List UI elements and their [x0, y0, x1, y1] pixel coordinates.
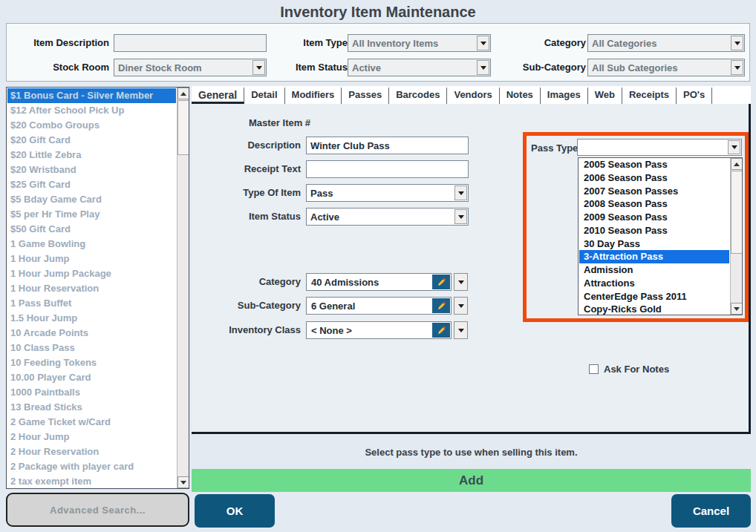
- cancel-button[interactable]: Cancel: [671, 494, 751, 528]
- tab[interactable]: Detail: [244, 88, 284, 104]
- tab[interactable]: General: [192, 88, 244, 104]
- item-description-input[interactable]: [114, 34, 267, 52]
- tab[interactable]: Modifiers: [285, 88, 342, 104]
- pass-type-option[interactable]: Attractions: [579, 277, 729, 290]
- pass-list-scrollbar[interactable]: [730, 158, 742, 315]
- dropdown-arrow-icon[interactable]: [454, 273, 468, 291]
- inventory-item-maintenance-window: Inventory Item Maintenance Item Descript…: [0, 0, 756, 532]
- pass-type-option[interactable]: CenterEdge Pass 2011: [579, 290, 729, 303]
- list-item[interactable]: 1000 Paintballs: [7, 385, 176, 400]
- list-item[interactable]: $20 Wristband: [7, 162, 176, 177]
- inventory-item-listbox[interactable]: $1 Bonus Card - Silver Member$12 After S…: [6, 87, 189, 489]
- list-item[interactable]: $5 Bday Game Card: [7, 192, 176, 207]
- category-filter-select[interactable]: All Categories: [587, 34, 745, 52]
- scroll-up-icon[interactable]: [731, 158, 743, 170]
- list-item[interactable]: 10 Arcade Points: [7, 326, 176, 341]
- dropdown-arrow-icon[interactable]: [731, 60, 743, 75]
- list-item[interactable]: 1 Hour Jump Package: [7, 266, 176, 281]
- category-label: Category: [192, 273, 301, 291]
- dropdown-arrow-icon[interactable]: [477, 36, 489, 50]
- list-item[interactable]: 10.00 Player Card: [7, 370, 176, 385]
- sub-category-filter-select[interactable]: All Sub Categories: [587, 59, 745, 76]
- pass-type-option[interactable]: Copy-Ricks Gold: [579, 303, 729, 315]
- list-item[interactable]: $5 per Hr Time Play: [7, 207, 176, 222]
- list-item[interactable]: 10 Feeding Tokens: [7, 355, 176, 370]
- edit-pencil-icon[interactable]: [432, 275, 450, 289]
- dropdown-arrow-icon[interactable]: [454, 185, 467, 200]
- dropdown-arrow-icon[interactable]: [477, 60, 489, 75]
- dropdown-arrow-icon[interactable]: [454, 321, 468, 339]
- pass-type-option[interactable]: 3-Attraction Pass: [579, 250, 729, 263]
- list-item[interactable]: 1.5 Hour Jump: [7, 311, 176, 326]
- list-item[interactable]: $12 After School Pick Up: [7, 103, 176, 118]
- list-item[interactable]: 1 Game Bowling: [7, 237, 176, 252]
- list-item[interactable]: $20 Little Zebra: [7, 148, 176, 162]
- ask-for-notes-checkbox[interactable]: [589, 364, 599, 374]
- item-status-filter-select[interactable]: Active: [348, 59, 491, 76]
- pass-type-option[interactable]: 2010 Season Pass: [579, 224, 729, 237]
- list-item[interactable]: 2 Hour Reservation: [7, 444, 176, 459]
- scroll-up-icon[interactable]: [177, 88, 189, 99]
- item-type-select[interactable]: All Inventory Items: [348, 34, 491, 52]
- scroll-down-icon[interactable]: [731, 303, 743, 315]
- category-select[interactable]: 40 Admissions: [306, 273, 452, 291]
- pass-type-option[interactable]: 2005 Season Pass: [579, 158, 729, 171]
- pass-type-option[interactable]: 2009 Season Pass: [579, 211, 729, 224]
- pass-type-option[interactable]: 2007 Season Passes: [579, 185, 729, 198]
- list-item[interactable]: 13 Bread Sticks: [7, 400, 176, 415]
- receipt-text-input[interactable]: [306, 160, 469, 178]
- edit-pencil-icon[interactable]: [432, 323, 450, 338]
- tab[interactable]: PO's: [677, 88, 712, 104]
- add-button[interactable]: Add: [192, 469, 751, 492]
- pass-type-option[interactable]: 2006 Season Pass: [579, 171, 729, 185]
- pass-type-combo[interactable]: [577, 139, 742, 156]
- sub-category-select[interactable]: 6 General: [306, 297, 452, 315]
- pass-type-dropdown-list[interactable]: 2005 Season Pass2006 Season Pass2007 Sea…: [578, 157, 743, 315]
- description-input[interactable]: Winter Club Pass: [306, 137, 469, 154]
- scrollbar-thumb[interactable]: [177, 100, 189, 155]
- dropdown-arrow-icon[interactable]: [454, 209, 467, 224]
- tab[interactable]: Receipts: [622, 88, 677, 104]
- pass-type-option[interactable]: 2008 Season Pass: [579, 197, 729, 211]
- scroll-down-icon[interactable]: [177, 476, 189, 488]
- item-list-scrollbar[interactable]: [177, 88, 189, 488]
- edit-pencil-icon[interactable]: [432, 298, 450, 313]
- list-item[interactable]: 1 Pass Buffet: [7, 296, 176, 311]
- advanced-search-button[interactable]: Advanced Search...: [6, 493, 189, 527]
- list-item[interactable]: 2 Hour Jump: [7, 430, 176, 444]
- list-item[interactable]: $50 Gift Card: [7, 222, 176, 237]
- dropdown-arrow-icon[interactable]: [728, 140, 740, 154]
- scrollbar-thumb[interactable]: [731, 171, 743, 254]
- list-item[interactable]: 1 Hour Reservation: [7, 281, 176, 296]
- tab[interactable]: Barcodes: [389, 88, 447, 104]
- tab[interactable]: Vendors: [447, 88, 499, 104]
- list-item[interactable]: $20 Gift Card: [7, 133, 176, 148]
- inventory-class-select[interactable]: < None >: [306, 321, 452, 339]
- dropdown-arrow-icon[interactable]: [731, 36, 743, 50]
- list-item[interactable]: $25 Gift Card: [7, 177, 176, 192]
- list-item[interactable]: 2 Game Ticket w/Card: [7, 415, 176, 430]
- ask-for-notes-label: Ask For Notes: [604, 364, 669, 375]
- tab[interactable]: Notes: [500, 88, 541, 104]
- list-item[interactable]: 2 Package with player card: [7, 459, 176, 474]
- list-item[interactable]: $20 Combo Groups: [7, 118, 176, 133]
- list-item[interactable]: 1 Hour Jump: [7, 252, 176, 266]
- tab[interactable]: Web: [588, 88, 622, 104]
- pass-type-label: Pass Type: [531, 142, 578, 154]
- item-status-filter-label: Item Status: [276, 59, 348, 76]
- stock-room-select[interactable]: Diner Stock Room: [114, 59, 267, 76]
- type-of-item-select[interactable]: Pass: [306, 184, 469, 202]
- inventory-class-label: Inventory Class: [192, 321, 301, 339]
- pass-type-option[interactable]: Admission: [579, 263, 729, 277]
- dropdown-arrow-icon[interactable]: [252, 60, 265, 75]
- list-item[interactable]: $1 Bonus Card - Silver Member: [7, 88, 176, 103]
- tab[interactable]: Images: [541, 88, 588, 104]
- list-item[interactable]: 10 Class Pass: [7, 341, 176, 355]
- list-item[interactable]: 2 tax exempt item: [7, 474, 176, 489]
- ok-button[interactable]: OK: [195, 494, 275, 528]
- item-status-select[interactable]: Active: [306, 208, 469, 226]
- dropdown-arrow-icon[interactable]: [454, 297, 468, 315]
- ask-for-notes-row[interactable]: Ask For Notes: [589, 364, 669, 375]
- pass-type-option[interactable]: 30 Day Pass: [579, 237, 729, 251]
- tab[interactable]: Passes: [342, 88, 389, 104]
